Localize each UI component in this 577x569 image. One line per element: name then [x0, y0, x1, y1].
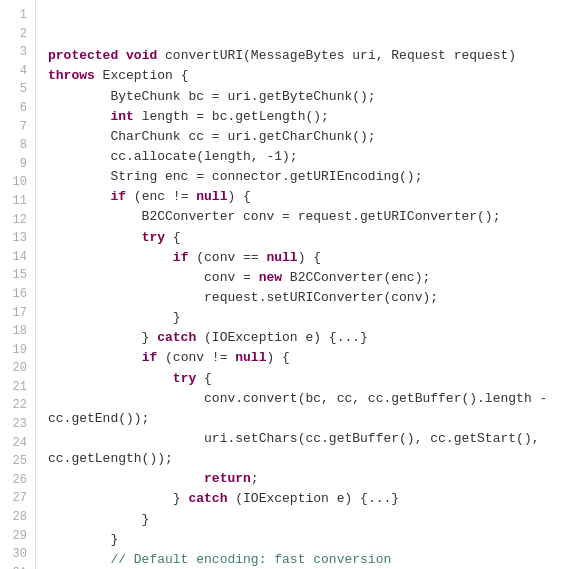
token-kw: if: [142, 350, 158, 365]
code-line: conv.convert(bc, cc, cc.getBuffer().leng…: [48, 389, 577, 409]
token-plain: Exception {: [95, 68, 189, 83]
code-line: int length = bc.getLength();: [48, 107, 577, 127]
token-plain: length = bc.getLength();: [134, 109, 329, 124]
line-number: 15: [0, 266, 35, 285]
token-kw: if: [110, 189, 126, 204]
token-plain: conv =: [48, 270, 259, 285]
token-kw: protected: [48, 48, 118, 63]
token-plain: }: [48, 310, 181, 325]
code-line: // Default encoding: fast conversion: [48, 550, 577, 569]
token-kw: null: [196, 189, 227, 204]
token-plain: ByteChunk bc = uri.getByteChunk();: [48, 89, 376, 104]
token-plain: [48, 371, 173, 386]
code-line: if (conv != null) {: [48, 348, 577, 368]
token-plain: cc.getLength());: [48, 451, 173, 466]
token-kw: throws: [48, 68, 95, 83]
code-line: CharChunk cc = uri.getCharChunk();: [48, 127, 577, 147]
code-line: try {: [48, 228, 577, 248]
token-plain: [48, 471, 204, 486]
token-plain: ) {: [266, 350, 289, 365]
line-number: 9: [0, 155, 35, 174]
code-line: try {: [48, 369, 577, 389]
token-plain: cc.allocate(length, -1);: [48, 149, 298, 164]
token-cm: // Default encoding: fast conversion: [48, 552, 391, 567]
code-editor: 1234567891011121314151617181920212223242…: [0, 0, 577, 569]
code-line: throws Exception {: [48, 66, 577, 86]
line-number: 29: [0, 527, 35, 546]
line-number: 2: [0, 25, 35, 44]
token-kw: try: [173, 371, 196, 386]
line-number: 22: [0, 396, 35, 415]
line-number: 18: [0, 322, 35, 341]
code-line: ByteChunk bc = uri.getByteChunk();: [48, 87, 577, 107]
code-line: if (conv == null) {: [48, 248, 577, 268]
line-number: 13: [0, 229, 35, 248]
token-kw: void: [126, 48, 157, 63]
token-plain: (conv !=: [157, 350, 235, 365]
token-kw: catch: [188, 491, 227, 506]
line-number: 24: [0, 434, 35, 453]
line-number: 1: [0, 6, 35, 25]
line-number: 21: [0, 378, 35, 397]
token-plain: [48, 109, 110, 124]
code-line: return;: [48, 469, 577, 489]
token-plain: (IOException e) {...}: [196, 330, 368, 345]
token-kw: try: [142, 230, 165, 245]
line-number: 3: [0, 43, 35, 62]
token-kw: int: [110, 109, 133, 124]
token-plain: B2CConverter conv = request.getURIConver…: [48, 209, 500, 224]
token-plain: request.setURIConverter(conv);: [48, 290, 438, 305]
token-plain: }: [48, 532, 118, 547]
line-number: 5: [0, 80, 35, 99]
line-numbers: 1234567891011121314151617181920212223242…: [0, 0, 36, 569]
line-number: 6: [0, 99, 35, 118]
line-number: 7: [0, 118, 35, 137]
line-number: 16: [0, 285, 35, 304]
token-plain: [118, 48, 126, 63]
token-plain: uri.setChars(cc.getBuffer(), cc.getStart…: [48, 431, 539, 446]
code-line: }: [48, 308, 577, 328]
line-number: 30: [0, 545, 35, 564]
token-plain: (enc !=: [126, 189, 196, 204]
line-number: 10: [0, 173, 35, 192]
token-plain: [48, 230, 142, 245]
token-plain: }: [48, 491, 188, 506]
line-number: 14: [0, 248, 35, 267]
token-plain: convertURI(MessageBytes uri, Request req…: [157, 48, 516, 63]
line-number: 8: [0, 136, 35, 155]
line-number: 19: [0, 341, 35, 360]
code-line: protected void convertURI(MessageBytes u…: [48, 46, 577, 66]
token-plain: {: [196, 371, 212, 386]
code-line: String enc = connector.getURIEncoding();: [48, 167, 577, 187]
line-number: 25: [0, 452, 35, 471]
token-plain: (IOException e) {...}: [227, 491, 399, 506]
line-number: 23: [0, 415, 35, 434]
token-plain: [48, 250, 173, 265]
code-line: cc.getEnd());: [48, 409, 577, 429]
token-plain: [48, 350, 142, 365]
token-plain: }: [48, 512, 149, 527]
line-number: 31: [0, 564, 35, 569]
token-plain: ) {: [298, 250, 321, 265]
line-number: 17: [0, 304, 35, 323]
token-plain: ) {: [227, 189, 250, 204]
token-plain: [48, 189, 110, 204]
line-number: 27: [0, 489, 35, 508]
token-plain: CharChunk cc = uri.getCharChunk();: [48, 129, 376, 144]
token-plain: }: [48, 330, 157, 345]
code-line: }: [48, 510, 577, 530]
token-plain: (conv ==: [188, 250, 266, 265]
code-content: protected void convertURI(MessageBytes u…: [36, 0, 577, 569]
code-line: cc.allocate(length, -1);: [48, 147, 577, 167]
line-number: 20: [0, 359, 35, 378]
code-line: conv = new B2CConverter(enc);: [48, 268, 577, 288]
line-number: 11: [0, 192, 35, 211]
token-kw: if: [173, 250, 189, 265]
line-number: 26: [0, 471, 35, 490]
code-line: request.setURIConverter(conv);: [48, 288, 577, 308]
token-plain: B2CConverter(enc);: [282, 270, 430, 285]
code-line: } catch (IOException e) {...}: [48, 328, 577, 348]
token-kw: new: [259, 270, 282, 285]
token-plain: {: [165, 230, 181, 245]
token-plain: ;: [251, 471, 259, 486]
